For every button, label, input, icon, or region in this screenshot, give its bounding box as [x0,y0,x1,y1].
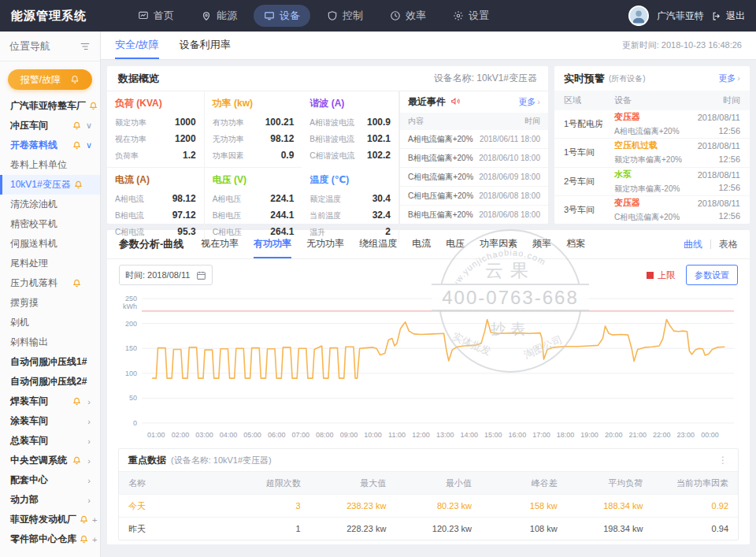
expand-icon[interactable]: › [85,417,93,426]
warning-row[interactable]: 2号车间 水泵 额定功率偏离-20% 2018/08/1112:56 [554,168,750,196]
event-time: 2018/06/09 18:00 [479,173,540,181]
sidebar-item[interactable]: 10kV1#变压器 [0,175,100,195]
analysis-tab[interactable]: 视在功率 [201,230,239,258]
expand-icon[interactable]: + [92,535,97,544]
sidebar-item[interactable]: 涂装车间 › [0,411,100,431]
sidebar-item-label: 冲压车间 [10,119,48,132]
analysis-tab[interactable]: 电流 [412,230,431,258]
sidebar-item[interactable]: 焊装车间 › [0,392,100,411]
analysis-tab[interactable]: 频率 [532,230,551,258]
date-picker[interactable]: 时间: 2018/08/11 [119,265,213,285]
expand-icon[interactable]: ∨ [85,121,93,131]
nav-device[interactable]: 设备 [254,5,310,27]
sidebar-item[interactable]: 剁料输出 [0,332,100,352]
tab-safety-fault[interactable]: 安全/故障 [115,32,159,59]
sidebar-item-label: 动力部 [10,493,39,507]
svg-text:10:00: 10:00 [364,431,382,439]
key-cell: 120.23 kw [386,524,472,533]
nav-control[interactable]: 控制 [317,5,373,27]
bell-icon [74,180,83,189]
sidebar-item-label: 剁机 [10,316,29,329]
metrics-grid: 负荷 (KVA) 额定功率1000 视在功率1200 负荷率1.2 功率 (kw… [107,91,400,224]
nav-home[interactable]: 首页 [128,5,184,27]
sidebar-item[interactable]: 自动伺服冲压线2# [0,372,100,392]
sidebar-item[interactable]: 尾料处理 [0,254,100,273]
expand-icon[interactable]: › [85,476,93,485]
sidebar-item[interactable]: 动力部 › [0,490,100,510]
svg-text:150: 150 [125,344,137,352]
metric-label: B相电压 [213,209,242,223]
events-more-link[interactable]: 更多› [518,96,540,108]
svg-text:07:00: 07:00 [291,431,309,439]
warning-row[interactable]: 3号车间 变压器 C相电流偏离+20% 2018/08/1112:56 [554,196,750,224]
nav-energy[interactable]: 能源 [191,5,247,27]
event-row[interactable]: C相电流偏离+20% 2018/06/09 18:00 [400,168,548,187]
sidebar-item[interactable]: 精密校平机 [0,214,100,234]
sidebar-item[interactable]: 冲压车间 ∨ [0,116,100,136]
metric-label: 当前温度 [309,209,341,223]
analysis-tab[interactable]: 有功功率 [254,230,291,258]
sidebar-item[interactable]: 菲亚特发动机厂 + [0,510,100,529]
nav-settings[interactable]: 设置 [443,5,499,27]
warnings-more-link[interactable]: 更多› [718,72,740,84]
logout-icon [712,11,722,21]
expand-icon[interactable]: ∨ [85,140,93,150]
parameter-settings-button[interactable]: 参数设置 [686,265,738,285]
analysis-title: 参数分析-曲线 [119,237,183,251]
warning-row[interactable]: 1号车间 空压机过载 额定功率偏离+20% 2018/08/1112:56 [554,139,750,167]
bell-icon [72,397,81,406]
bell-icon [72,456,81,465]
metric-card: 功率 (kw) 有功功率100.21 无功功率98.12 功率因素0.9 [205,91,302,168]
logout-button[interactable]: 退出 [712,9,745,23]
analysis-tab[interactable]: 功率因素 [480,230,517,258]
expand-icon[interactable]: › [85,397,93,407]
analysis-tab[interactable]: 绕组温度 [359,230,397,258]
control-icon [327,10,338,21]
metric-value: 102.2 [367,147,391,164]
sidebar-item[interactable]: 总装车间 › [0,431,100,451]
view-table-toggle[interactable]: 表格 [719,238,738,251]
navbar-user-area: 广汽菲亚特 退出 [628,6,745,26]
view-curve-toggle[interactable]: 曲线 [684,238,702,251]
sidebar-item[interactable]: 清洗涂油机 [0,195,100,214]
sidebar-item[interactable]: 摆剪摸 [0,293,100,313]
power-curve-svg: 050100150200250kWh01:0002:0003:0004:0005… [112,291,745,442]
expand-icon[interactable]: › [85,496,93,505]
key-data-row[interactable]: 昨天 1 228.23 kw 120.23 kw 108 kw 198.34 k… [119,517,738,540]
metric-value: 102.1 [367,131,391,147]
metric-label: A相谐波电流 [309,116,354,130]
warning-device: 水泵 [614,169,698,180]
tab-utilization[interactable]: 设备利用率 [180,32,231,59]
expand-icon[interactable]: › [85,436,93,446]
sidebar-item[interactable]: 压力机落料 [0,273,100,293]
sidebar-item-label: 10kV1#变压器 [10,178,71,191]
svg-text:21:00: 21:00 [628,431,647,439]
sidebar-item[interactable]: 配套中心 › [0,470,100,490]
sidebar-item[interactable]: 自动伺服冲压线1# [0,352,100,372]
nav-efficiency[interactable]: 效率 [380,5,436,27]
metric-value: 100.9 [367,114,391,131]
expand-icon[interactable]: › [85,456,93,466]
event-row[interactable]: B相电流偏离+20% 2018/06/10 18:00 [400,149,548,168]
analysis-tab[interactable]: 无功功率 [306,230,344,258]
analysis-tab[interactable]: 电压 [446,230,465,258]
more-options-icon[interactable]: ⋮ [718,455,728,466]
analysis-tab[interactable]: 档案 [566,230,585,258]
key-data-row[interactable]: 今天 3 238.23 kw 80.23 kw 158 kw 188.34 kw… [119,494,738,517]
sidebar-item[interactable]: 伺服送料机 [0,234,100,254]
event-row[interactable]: C相电压偏离+20% 2018/06/08 18:00 [400,187,548,206]
sidebar-item[interactable]: 广汽菲亚特整车厂 − [0,96,100,116]
alarm-fault-button[interactable]: 报警/故障 [8,69,92,90]
avatar[interactable] [628,6,649,26]
sidebar-item[interactable]: 卷料上料单位 [0,155,100,175]
event-row[interactable]: A相电流偏离+20% 2018/06/11 18:00 [400,130,548,149]
sidebar-item[interactable]: 开卷落料线 ∨ [0,136,100,155]
event-row[interactable]: B相电压偏离+20% 2018/06/08 18:00 [400,206,548,224]
filter-icon[interactable] [80,41,91,52]
warning-row[interactable]: 1号配电房 变压器 A相电流偏离+20% 2018/08/1112:56 [554,110,750,139]
sidebar-item[interactable]: 剁机 [0,313,100,332]
sidebar-item[interactable]: 中央空调系统 › [0,451,100,470]
username: 广汽菲亚特 [657,9,704,23]
sidebar-item[interactable]: 零件部中心仓库 + [0,529,100,549]
expand-icon[interactable]: + [92,515,97,525]
